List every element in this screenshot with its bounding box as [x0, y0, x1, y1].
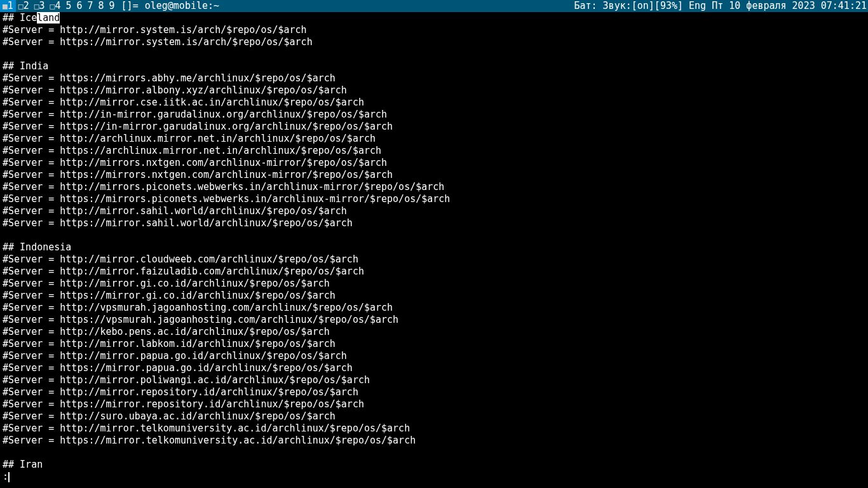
- terminal-line: #Server = https://mirror.sahil.world/arc…: [3, 217, 865, 229]
- terminal-line: #Server = http://vpsmurah.jagoanhosting.…: [3, 302, 865, 314]
- terminal-line: #Server = http://suro.ubaya.ac.id/archli…: [3, 410, 865, 423]
- terminal-line: #Server = https://mirror.repository.id/a…: [3, 398, 865, 410]
- terminal-line: [3, 48, 865, 60]
- workspace-3[interactable]: □3: [32, 0, 48, 12]
- terminal-line: ## Iceland: [3, 12, 865, 24]
- terminal-line: #Server = http://mirror.cloudweeb.com/ar…: [3, 254, 865, 266]
- terminal-line: [3, 447, 865, 459]
- terminal-line: #Server = http://kebo.pens.ac.id/archlin…: [3, 326, 865, 338]
- terminal-line: #Server = https://mirrors.piconets.webwe…: [3, 193, 865, 205]
- terminal-line: #Server = https://mirror.telkomuniversit…: [3, 435, 865, 447]
- workspace-7[interactable]: 7: [85, 0, 96, 12]
- system-info: Бат: Звук:[on][93%] Eng Пт 10 февраля 20…: [570, 0, 868, 12]
- terminal-line: #Server = https://vpsmurah.jagoanhosting…: [3, 314, 865, 326]
- workspace-9[interactable]: 9: [107, 0, 118, 12]
- terminal-line: ## India: [3, 60, 865, 72]
- terminal-line: #Server = http://mirrors.piconets.webwer…: [3, 181, 865, 193]
- terminal-line: #Server = https://in-mirror.garudalinux.…: [3, 121, 865, 133]
- terminal-line: #Server = http://mirror.repository.id/ar…: [3, 386, 865, 398]
- terminal-line: #Server = https://mirrors.nxtgen.com/arc…: [3, 169, 865, 181]
- terminal-line: #Server = http://mirror.papua.go.id/arch…: [3, 350, 865, 362]
- terminal-line: #Server = http://mirror.labkom.id/archli…: [3, 338, 865, 350]
- terminal-line: #Server = http://mirror.cse.iitk.ac.in/a…: [3, 97, 865, 109]
- terminal-line: #Server = http://mirror.telkomuniversity…: [3, 423, 865, 435]
- command-prompt[interactable]: :: [3, 471, 865, 483]
- terminal-line: #Server = http://mirror.system.is/arch/$…: [3, 24, 865, 36]
- statusbar: ■1 □2 □3 □4 5 6 7 8 9 []= oleg@mobile:~ …: [0, 0, 868, 12]
- terminal-line: #Server = http://archlinux.mirror.net.in…: [3, 133, 865, 145]
- window-title: oleg@mobile:~: [142, 0, 222, 12]
- terminal-line: #Server = https://mirror.gi.co.id/archli…: [3, 290, 865, 302]
- cursor: [8, 472, 10, 482]
- terminal-line: #Server = http://mirror.gi.co.id/archlin…: [3, 278, 865, 290]
- terminal-line: #Server = https://mirror.papua.go.id/arc…: [3, 362, 865, 374]
- terminal-line: #Server = http://mirror.sahil.world/arch…: [3, 205, 865, 217]
- terminal-line: #Server = http://mirror.faizuladib.com/a…: [3, 266, 865, 278]
- workspace-6[interactable]: 6: [74, 0, 85, 12]
- layout-indicator[interactable]: []=: [118, 0, 142, 12]
- terminal-line: #Server = https://mirrors.abhy.me/archli…: [3, 72, 865, 85]
- terminal-line: #Server = http://mirror.poliwangi.ac.id/…: [3, 374, 865, 386]
- terminal-line: ## Indonesia: [3, 241, 865, 254]
- workspace-2[interactable]: □2: [16, 0, 32, 12]
- terminal[interactable]: ## Iceland#Server = http://mirror.system…: [0, 12, 868, 483]
- terminal-line: #Server = https://mirror.system.is/arch/…: [3, 36, 865, 48]
- workspace-4[interactable]: □4: [48, 0, 64, 12]
- terminal-line: #Server = http://mirrors.nxtgen.com/arch…: [3, 157, 865, 169]
- terminal-line: ## Iran: [3, 459, 865, 471]
- search-highlight: land: [37, 12, 60, 24]
- terminal-line: #Server = https://mirror.albony.xyz/arch…: [3, 85, 865, 97]
- workspace-8[interactable]: 8: [96, 0, 107, 12]
- terminal-line: #Server = https://archlinux.mirror.net.i…: [3, 145, 865, 157]
- workspace-1[interactable]: ■1: [0, 0, 16, 12]
- terminal-line: #Server = http://in-mirror.garudalinux.o…: [3, 109, 865, 121]
- workspace-5[interactable]: 5: [63, 0, 74, 12]
- terminal-line: [3, 229, 865, 241]
